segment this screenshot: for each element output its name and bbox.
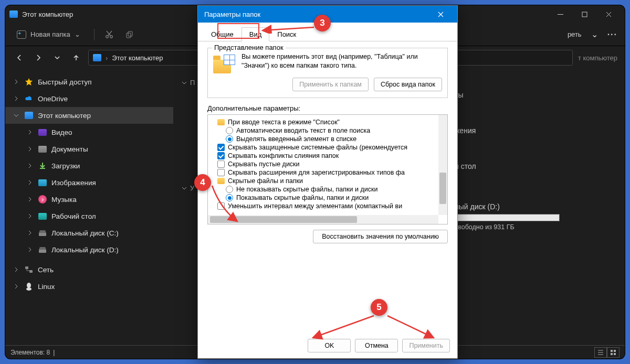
radio[interactable] (226, 194, 233, 201)
svg-rect-4 (128, 31, 132, 36)
star-icon (24, 78, 34, 86)
vertical-scrollbar[interactable] (438, 115, 447, 215)
sidebar-label: Изображения (51, 179, 96, 187)
close-button[interactable] (430, 6, 451, 23)
tree-item-label: Не показывать скрытые файлы, папки и дис… (236, 186, 377, 193)
linux-icon (24, 282, 34, 291)
restore-defaults-button[interactable]: Восстановить значения по умолчанию (313, 230, 448, 243)
advanced-settings-tree[interactable]: При вводе текста в режиме "Список"Автома… (207, 114, 448, 224)
checkbox[interactable] (217, 160, 225, 168)
more-button[interactable]: ··· (607, 30, 617, 39)
checkbox[interactable] (217, 202, 225, 210)
folder-options-dialog: Параметры папок Общие Вид Поиск Представ… (197, 5, 458, 359)
copy-icon[interactable] (124, 29, 134, 40)
sidebar-item-quickaccess[interactable]: Быстрый доступ (5, 73, 173, 90)
tree-item[interactable]: Скрывать пустые диски (210, 160, 445, 168)
tab-general[interactable]: Общие (203, 27, 242, 41)
apply-button[interactable]: Применить (402, 339, 450, 352)
sidebar-item-downloads[interactable]: Загрузки (5, 157, 173, 174)
chevron-down-icon: ⌄ (75, 30, 80, 38)
search-placeholder-partial[interactable]: т компьютер (578, 54, 617, 62)
chevron-down-icon: ⌄ (591, 29, 598, 39)
tab-search[interactable]: Поиск (269, 27, 304, 41)
drive-usage-bar (455, 214, 560, 221)
cloud-icon (24, 94, 34, 103)
dialog-footer: OK Отмена Применить (198, 333, 457, 358)
apply-to-folders-button[interactable]: Применить к папкам (292, 78, 369, 91)
close-button[interactable] (596, 6, 621, 23)
svg-point-10 (26, 287, 32, 291)
sidebar-label: Linux (38, 283, 55, 291)
tree-item[interactable]: Скрывать расширения для зарегистрированн… (210, 168, 445, 177)
tree-item[interactable]: Показывать скрытые файлы, папки и диски (210, 194, 445, 202)
tree-item-label: При вводе текста в режиме "Список" (228, 119, 340, 126)
sidebar-item-onedrive[interactable]: OneDrive (5, 90, 173, 107)
sidebar-label: Рабочий стол (51, 212, 96, 220)
sidebar-item-desktop[interactable]: Рабочий стол (5, 208, 173, 224)
tree-item-label: Уменьшить интервал между элементами (ком… (228, 202, 402, 210)
tree-item[interactable]: При вводе текста в режиме "Список" (210, 118, 445, 126)
reset-folders-button[interactable]: Сброс вида папок (374, 78, 442, 91)
tree-item[interactable]: Автоматически вводить текст в поле поиск… (210, 126, 445, 135)
minimize-button[interactable] (548, 6, 572, 23)
sidebar-item-video[interactable]: Видео (5, 124, 173, 141)
sidebar-label: Видео (51, 129, 72, 136)
svg-point-1 (106, 35, 108, 38)
tree-item[interactable]: Уменьшить интервал между элементами (ком… (210, 202, 445, 210)
sidebar-item-network[interactable]: Сеть (5, 261, 173, 278)
sidebar-item-thispc[interactable]: Этот компьютер (5, 107, 173, 124)
tree-item[interactable]: Скрывать конфликты слияния папок (210, 152, 445, 160)
sidebar-label: Этот компьютер (38, 112, 91, 120)
folder-icon[interactable] (217, 178, 225, 184)
sidebar-label: Локальный диск (C:) (51, 229, 119, 237)
nav-back-button[interactable] (13, 51, 26, 65)
view-details-button[interactable] (594, 347, 607, 358)
desktop-icon (38, 213, 47, 220)
sidebar-item-pictures[interactable]: Изображения (5, 174, 173, 191)
tree-item[interactable]: Не показывать скрытые файлы, папки и дис… (210, 185, 445, 194)
maximize-button[interactable] (572, 6, 596, 23)
tab-view[interactable]: Вид (242, 27, 270, 41)
checkbox[interactable] (217, 169, 225, 176)
video-icon (38, 129, 47, 136)
horizontal-scrollbar[interactable] (208, 215, 438, 224)
radio[interactable] (226, 135, 233, 143)
tree-item[interactable]: Выделять введенный элемент в списке (210, 135, 445, 143)
tree-item[interactable]: Скрытые файлы и папки (210, 177, 445, 185)
view-icons-button[interactable] (607, 347, 620, 358)
cut-icon[interactable] (104, 29, 114, 40)
sidebar-item-music[interactable]: ♪ Музыка (5, 191, 173, 208)
nav-up-button[interactable] (69, 51, 83, 65)
drive-icon (38, 229, 47, 237)
nav-history-button[interactable] (50, 51, 64, 65)
callout-3: 3 (314, 15, 331, 31)
svg-rect-12 (614, 350, 616, 352)
svg-point-9 (27, 283, 31, 288)
checkbox[interactable] (217, 144, 225, 151)
new-folder-label: Новая папка (30, 30, 70, 38)
sidebar-label: Быстрый доступ (38, 78, 92, 86)
callout-5: 5 (371, 299, 387, 316)
download-icon (38, 162, 47, 170)
pc-icon (93, 54, 101, 61)
sidebar: Быстрый доступ OneDrive Этот компьютер В… (5, 69, 173, 345)
nav-forward-button[interactable] (32, 51, 45, 65)
view-label-partial[interactable]: реть (568, 30, 582, 38)
sidebar-item-linux[interactable]: Linux (5, 278, 173, 295)
pictures-icon (38, 179, 47, 186)
drive-icon (38, 245, 47, 254)
sidebar-item-documents[interactable]: Документы (5, 141, 173, 157)
sidebar-label: Сеть (38, 266, 54, 274)
sidebar-item-drive-d[interactable]: Локальный диск (D:) (5, 241, 173, 258)
tree-item[interactable]: Скрывать защищенные системные файлы (рек… (210, 143, 445, 152)
ok-button[interactable]: OK (308, 339, 351, 352)
folder-icon[interactable] (217, 119, 225, 125)
new-folder-button[interactable]: Новая папка ⌄ (13, 28, 85, 41)
radio[interactable] (226, 186, 233, 193)
sidebar-label: Локальный диск (D:) (51, 246, 119, 254)
item-count: Элементов: 8 (10, 349, 50, 356)
cancel-button[interactable]: Отмена (355, 339, 398, 352)
radio[interactable] (226, 127, 233, 134)
checkbox[interactable] (217, 152, 225, 159)
sidebar-item-drive-c[interactable]: Локальный диск (C:) (5, 224, 173, 241)
